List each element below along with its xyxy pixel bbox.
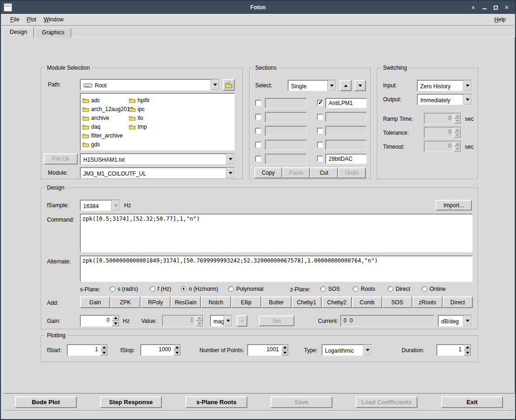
- spin-up-icon[interactable]: [196, 315, 203, 321]
- section-checkbox-9[interactable]: [317, 142, 323, 148]
- ramp-time-stepper[interactable]: 0: [424, 113, 461, 124]
- gain-value[interactable]: 0: [80, 315, 112, 326]
- add-ellip-button[interactable]: Ellip: [231, 296, 261, 308]
- unit-combo[interactable]: mag: [210, 315, 232, 327]
- fstart-stepper[interactable]: 1: [67, 344, 108, 356]
- load-coefficients-button[interactable]: Load Coefficients: [356, 396, 417, 408]
- gain-stepper[interactable]: 0: [80, 315, 119, 327]
- spin-up-icon[interactable]: [454, 113, 461, 118]
- radio-n-hznorm[interactable]: n (Hz/norm): [181, 286, 218, 292]
- command-textarea[interactable]: zpk([0.5;3174],[52.32;50.77],1,"n"): [80, 214, 473, 252]
- radio-direct[interactable]: Direct: [388, 286, 410, 292]
- section-name-field-8[interactable]: [325, 126, 367, 136]
- add-gain-button[interactable]: Gain: [80, 296, 110, 308]
- spin-down-icon[interactable]: [196, 321, 203, 327]
- up-directory-button[interactable]: [223, 79, 235, 91]
- add-resgain-button[interactable]: ResGain: [171, 296, 201, 308]
- section-name-field-6[interactable]: AntiLPM1: [325, 98, 367, 108]
- file-combo[interactable]: H1SUSHAM1.txt: [80, 153, 235, 164]
- output-combo[interactable]: Immediately: [417, 94, 472, 105]
- tolerance-stepper[interactable]: 0: [424, 127, 461, 138]
- spin-up-icon[interactable]: [454, 141, 461, 146]
- timeout-stepper[interactable]: 0: [424, 141, 461, 152]
- duration-value[interactable]: 1: [437, 345, 463, 355]
- duration-stepper[interactable]: 1: [437, 344, 471, 356]
- spin-down-icon[interactable]: [454, 118, 461, 124]
- equals-button[interactable]: =: [237, 315, 247, 327]
- menu-file[interactable]: File: [7, 15, 23, 24]
- menu-help[interactable]: Help: [490, 15, 509, 24]
- section-checkbox-4[interactable]: [255, 142, 261, 148]
- exit-button[interactable]: Exit: [441, 396, 503, 408]
- add-cheby2-button[interactable]: Cheby2: [322, 296, 352, 308]
- bode-plot-button[interactable]: Bode Plot: [15, 396, 77, 408]
- list-item[interactable]: llo: [129, 113, 150, 122]
- close-icon[interactable]: ✕: [503, 4, 510, 11]
- section-name-field-10[interactable]: 28bitDAC: [325, 154, 367, 164]
- fstart-value[interactable]: 1: [67, 345, 100, 355]
- menu-plot[interactable]: Plot: [23, 15, 40, 24]
- chevron-down-icon[interactable]: [211, 79, 219, 90]
- display-units-combo[interactable]: dB/deg: [438, 315, 472, 327]
- add-sos-button[interactable]: SOS: [382, 296, 412, 308]
- section-move-up-button[interactable]: [340, 80, 351, 91]
- spin-up-icon[interactable]: [464, 345, 471, 350]
- list-item[interactable]: gds: [82, 140, 129, 149]
- chevron-down-icon[interactable]: [226, 154, 234, 164]
- section-select-combo[interactable]: Single: [288, 80, 336, 91]
- module-combo[interactable]: JM3_M1_COILOUTF_UL: [80, 167, 235, 178]
- spin-down-icon[interactable]: [100, 350, 107, 356]
- npoints-stepper[interactable]: 1001: [247, 344, 289, 356]
- menu-window[interactable]: Window: [40, 15, 67, 24]
- path-combo[interactable]: Root: [80, 79, 219, 91]
- section-name-field-9[interactable]: [325, 140, 367, 150]
- list-item[interactable]: filter_archive: [82, 131, 129, 140]
- spin-down-icon[interactable]: [454, 146, 461, 151]
- copy-button[interactable]: Copy: [254, 167, 282, 178]
- add-butter-button[interactable]: Butter: [261, 296, 291, 308]
- add-zpk-button[interactable]: ZPK: [110, 296, 140, 308]
- type-combo[interactable]: Logarithmic: [322, 344, 372, 356]
- step-response-button[interactable]: Step Response: [100, 396, 162, 408]
- undo-button[interactable]: Undo: [338, 167, 366, 178]
- alternate-textarea[interactable]: zpk([0.5000000000001849;3174],[50.769999…: [80, 256, 473, 282]
- chevron-down-icon[interactable]: [226, 168, 234, 178]
- spin-up-icon[interactable]: [281, 345, 288, 350]
- spin-down-icon[interactable]: [454, 132, 461, 138]
- spin-up-icon[interactable]: [173, 345, 180, 350]
- import-button[interactable]: Import...: [436, 200, 472, 210]
- spin-down-icon[interactable]: [281, 350, 288, 356]
- add-zroots-button[interactable]: zRoots: [412, 296, 443, 308]
- chevron-down-icon[interactable]: [363, 345, 371, 355]
- resize-grip-icon[interactable]: [507, 411, 513, 417]
- list-item[interactable]: daq: [82, 122, 129, 131]
- radio-s-rads[interactable]: s (rad/s): [110, 286, 138, 292]
- radio-polynomial[interactable]: Polynomial: [228, 286, 264, 292]
- section-checkbox-7[interactable]: [317, 114, 323, 120]
- section-checkbox-1[interactable]: [255, 100, 261, 106]
- section-checkbox-10[interactable]: [317, 156, 323, 162]
- splane-roots-button[interactable]: s-Plane Roots: [185, 396, 247, 408]
- list-item[interactable]: tmp: [129, 122, 150, 131]
- chevron-down-icon[interactable]: [327, 80, 336, 91]
- radio-roots[interactable]: Roots: [353, 286, 375, 292]
- list-item[interactable]: hpifir: [129, 96, 150, 105]
- set-button[interactable]: Set: [259, 315, 294, 326]
- tolerance-value[interactable]: 0: [424, 127, 453, 138]
- section-name-field-1[interactable]: [265, 98, 307, 108]
- spin-up-icon[interactable]: [454, 127, 461, 132]
- add-comb-button[interactable]: Comb: [352, 296, 382, 308]
- section-checkbox-8[interactable]: [317, 128, 323, 134]
- section-name-field-3[interactable]: [265, 126, 307, 136]
- value-stepper[interactable]: 1: [162, 315, 203, 327]
- save-button[interactable]: Save: [271, 396, 332, 408]
- list-item[interactable]: adc: [82, 96, 129, 105]
- add-notch-button[interactable]: Notch: [201, 296, 231, 308]
- tab-design[interactable]: Design: [3, 27, 34, 38]
- list-item[interactable]: arch_12aug2014: [82, 105, 129, 113]
- value-value[interactable]: 1: [163, 315, 195, 326]
- folder-list[interactable]: adc arch_12aug2014 archive daq filter_ar…: [80, 93, 235, 151]
- list-item[interactable]: archive: [82, 113, 129, 122]
- section-name-field-4[interactable]: [265, 140, 307, 150]
- section-name-field-2[interactable]: [265, 112, 307, 122]
